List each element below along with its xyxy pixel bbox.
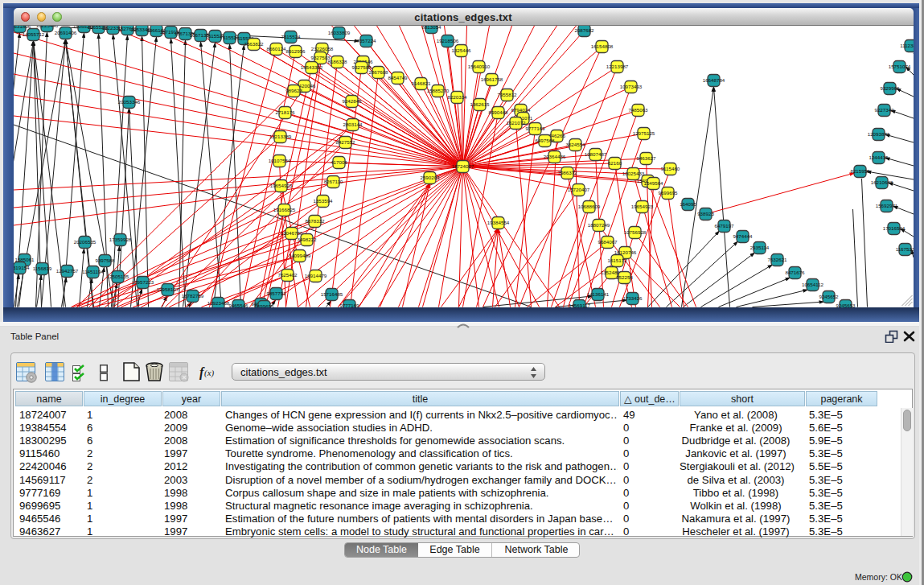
svg-text:8427552: 8427552 [335, 139, 355, 145]
svg-text:15640910: 15640910 [467, 64, 490, 69]
svg-text:11123846: 11123846 [900, 43, 914, 48]
svg-text:10958107: 10958107 [156, 286, 179, 292]
svg-text:19654923: 19654923 [269, 183, 292, 188]
svg-text:7485063: 7485063 [628, 107, 648, 113]
svg-text:252254: 252254 [616, 274, 633, 280]
svg-text:8912956: 8912956 [285, 48, 306, 54]
svg-text:9857791: 9857791 [266, 290, 286, 296]
svg-text:2590203: 2590203 [420, 175, 440, 180]
svg-text:10688609: 10688609 [577, 204, 600, 209]
svg-text:14055712: 14055712 [22, 31, 44, 37]
svg-text:2718176: 2718176 [275, 109, 295, 115]
svg-text:8186328: 8186328 [327, 59, 347, 64]
svg-text:16914479: 16914479 [304, 273, 326, 278]
svg-text:1353594: 1353594 [313, 198, 333, 204]
svg-text:1244415: 1244415 [869, 154, 889, 160]
svg-text:1615172: 1615172 [607, 257, 627, 263]
svg-text:16543392: 16543392 [300, 64, 322, 70]
svg-text:989623: 989623 [285, 88, 302, 93]
svg-text:1621072: 1621072 [506, 120, 526, 126]
svg-text:2087682: 2087682 [574, 27, 594, 33]
svg-text:15716485: 15716485 [320, 291, 343, 297]
svg-text:19654923: 19654923 [630, 204, 653, 209]
svg-text:938923: 938923 [697, 211, 714, 216]
svg-text:8471676: 8471676 [785, 270, 805, 275]
svg-text:9115460: 9115460 [660, 166, 680, 171]
svg-text:19384554: 19384554 [487, 220, 509, 225]
svg-text:15692971: 15692971 [875, 203, 897, 208]
svg-text:16154808: 16154808 [590, 43, 613, 49]
svg-text:9227342: 9227342 [874, 107, 894, 113]
svg-text:14136141: 14136141 [586, 291, 609, 297]
svg-text:62160: 62160 [607, 160, 622, 166]
svg-text:10756928: 10756928 [623, 229, 646, 235]
svg-text:10025433: 10025433 [622, 171, 644, 176]
svg-text:9245652: 9245652 [819, 294, 839, 299]
svg-text:12213987: 12213987 [606, 64, 628, 69]
svg-text:9777169: 9777169 [339, 303, 359, 307]
svg-text:1733426: 1733426 [622, 295, 643, 301]
svg-text:16961758: 16961758 [480, 76, 503, 82]
svg-text:18223446: 18223446 [35, 26, 58, 28]
svg-text:8813054: 8813054 [421, 26, 441, 30]
svg-text:10654112: 10654112 [801, 282, 823, 287]
svg-text:17016504: 17016504 [882, 225, 905, 231]
svg-text:15885270: 15885270 [426, 88, 449, 93]
svg-text:15720407: 15720407 [567, 187, 589, 192]
svg-text:8454749: 8454749 [388, 75, 408, 80]
svg-text:3319154: 3319154 [14, 265, 30, 270]
svg-text:16033809: 16033809 [327, 30, 350, 35]
svg-text:8678332: 8678332 [305, 218, 325, 224]
svg-text:9699695: 9699695 [658, 190, 678, 196]
svg-text:6497568: 6497568 [535, 138, 555, 143]
svg-text:23226058: 23226058 [310, 46, 333, 51]
svg-text:7625402: 7625402 [277, 272, 298, 278]
svg-text:16210643: 16210643 [870, 179, 893, 185]
svg-text:2803144: 2803144 [343, 122, 363, 127]
svg-text:1167533: 1167533 [895, 246, 913, 252]
svg-text:2935114: 2935114 [749, 245, 769, 250]
svg-text:19218506: 19218506 [436, 38, 458, 43]
svg-text:9329966: 9329966 [880, 85, 900, 91]
svg-text:6479197: 6479197 [714, 223, 734, 229]
svg-text:9699695: 9699695 [254, 303, 274, 307]
svg-text:10107554: 10107554 [268, 158, 290, 163]
svg-text:164095: 164095 [680, 201, 696, 207]
svg-text:7955812: 7955812 [497, 92, 517, 97]
svg-text:9777169: 9777169 [525, 126, 545, 131]
svg-text:9463627: 9463627 [636, 155, 656, 161]
svg-text:19166825: 19166825 [273, 207, 295, 212]
svg-text:16648784: 16648784 [702, 77, 725, 83]
svg-text:12923468: 12923468 [207, 300, 229, 306]
svg-text:7563822: 7563822 [244, 41, 264, 47]
svg-text:9397588: 9397588 [95, 257, 115, 263]
svg-text:417006: 417006 [331, 159, 347, 165]
svg-text:7986372: 7986372 [557, 170, 577, 175]
svg-text:17957223: 17957223 [131, 279, 154, 285]
svg-text:18724007: 18724007 [451, 163, 474, 169]
svg-text:11451194: 11451194 [82, 269, 104, 274]
svg-text:17359928: 17359928 [109, 237, 131, 242]
svg-text:20206535: 20206535 [73, 239, 96, 245]
svg-text:1549564: 1549564 [643, 180, 663, 186]
svg-text:9474444: 9474444 [733, 233, 753, 239]
svg-text:7357224: 7357224 [356, 38, 376, 43]
svg-text:10807487: 10807487 [584, 151, 606, 157]
svg-text:16782759: 16782759 [181, 293, 203, 299]
svg-text:14099489: 14099489 [288, 253, 310, 258]
svg-text:8220334: 8220334 [447, 94, 467, 100]
svg-text:12505135: 12505135 [106, 274, 129, 279]
svg-text:20364436: 20364436 [543, 154, 565, 159]
svg-text:8660124: 8660124 [266, 46, 286, 51]
svg-text:9245653: 9245653 [836, 303, 856, 307]
svg-text:20053346: 20053346 [117, 99, 140, 105]
svg-text:18807249: 18807249 [587, 222, 610, 228]
svg-text:14569117: 14569117 [568, 303, 590, 307]
svg-text:8990448: 8990448 [488, 109, 508, 115]
svg-text:9684067: 9684067 [598, 239, 618, 245]
svg-text:9465546: 9465546 [228, 303, 248, 307]
svg-text:(x): (x) [204, 368, 215, 378]
svg-text:12942757: 12942757 [55, 268, 78, 274]
svg-text:1156819: 1156819 [32, 266, 51, 271]
svg-text:9146821: 9146821 [411, 80, 431, 86]
